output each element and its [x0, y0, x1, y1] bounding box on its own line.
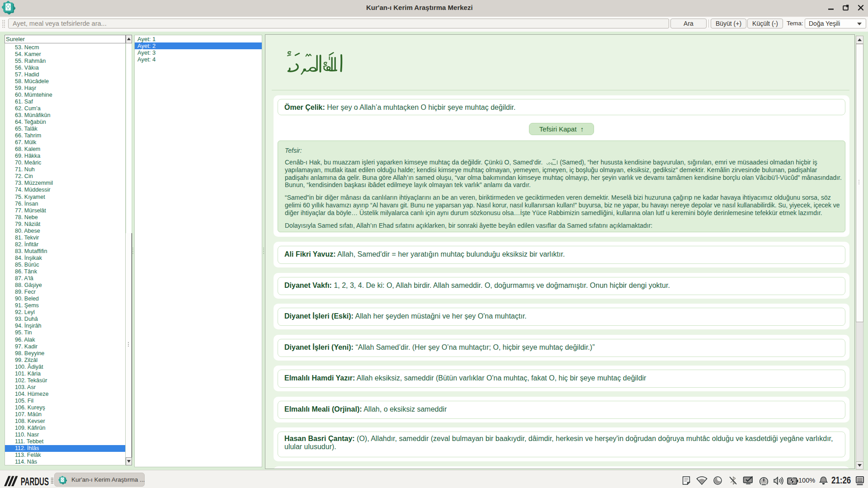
svg-text:PARDUS: PARDUS: [21, 476, 49, 487]
